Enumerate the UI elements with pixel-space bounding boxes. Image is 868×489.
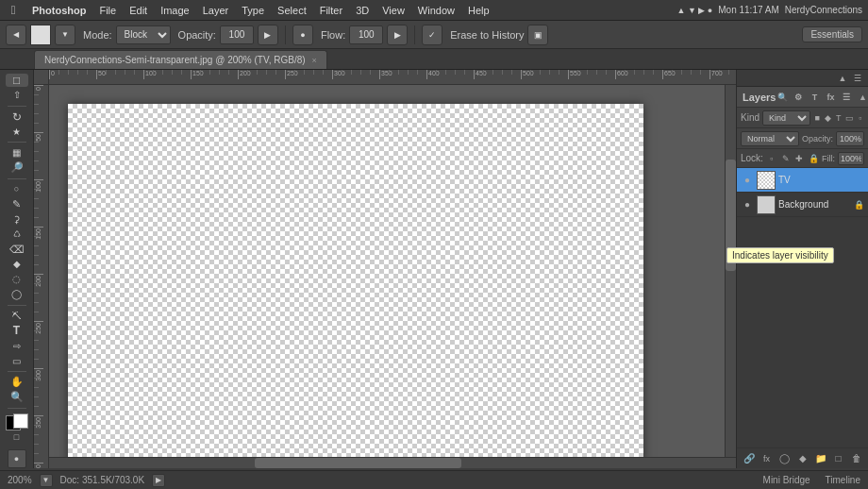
tool-clone[interactable]: ⚳ [6,212,28,226]
v-scroll-thumb[interactable] [726,160,736,271]
menu-select[interactable]: Select [272,3,312,18]
bg-layer-thumb [757,195,776,214]
layer-background[interactable]: ● Background 🔒 [737,193,868,217]
fill-field[interactable] [838,152,864,165]
opacity-input[interactable] [220,25,254,44]
filter-select[interactable]: Kind Name Effect [762,110,810,126]
layer-mask-btn[interactable]: ◯ [777,451,793,466]
color-swatch-area[interactable] [6,415,28,429]
erase-history-btn[interactable]: ✓ [422,25,442,45]
tool-back-btn[interactable]: ◀ [6,25,26,45]
essentials-btn[interactable]: Essentials [802,26,862,42]
tool-sep-2 [8,142,26,143]
mini-bridge-tab[interactable]: Mini Bridge [763,475,810,485]
filter-adjust-icon[interactable]: ◆ [824,111,831,125]
layer-panel-menu[interactable]: ☰ [840,91,853,104]
brush-settings-btn[interactable]: ▼ [55,25,75,45]
timeline-tab[interactable]: Timeline [826,475,860,485]
tool-marquee[interactable]: □ [6,74,28,87]
layers-mode-bar: Normal Multiply Screen Opacity: [737,128,868,149]
tool-shape[interactable]: ▭ [6,354,28,367]
layer-link-btn[interactable]: 🔗 [742,451,757,466]
document-tab[interactable]: NerdyConnections-Semi-transparent.jpg @ … [34,50,327,69]
panel-top-bar: ▲ ☰ [737,70,868,87]
bg-layer-visibility[interactable]: ● [741,198,754,211]
menu-help[interactable]: Help [462,3,495,18]
h-scroll-thumb[interactable] [255,458,460,468]
panel-menu-btn[interactable]: ☰ [851,72,864,85]
layer-adjustment-btn[interactable]: ◆ [795,451,810,466]
filter-shape-icon[interactable]: ▭ [845,111,854,125]
filter-pixel-icon[interactable]: ■ [813,111,821,125]
zoom-arrow[interactable]: ▼ [40,474,53,487]
filter-smart-icon[interactable]: ▫ [857,111,864,125]
lock-position-btn[interactable]: ✚ [793,152,805,165]
blend-mode-select[interactable]: Normal Multiply Screen [741,131,799,146]
layer-add-icon[interactable]: T [808,91,821,104]
layer-tv[interactable]: ● TV [737,168,868,193]
layer-search-icon[interactable]: 🔍 [776,91,789,104]
tool-eraser[interactable]: ⌫ [6,243,28,256]
filter-type-icon[interactable]: T [835,111,843,125]
menu-view[interactable]: View [376,3,410,18]
tool-crop[interactable]: ▦ [6,146,28,160]
layer-group-btn[interactable]: 📁 [813,451,828,466]
background-color[interactable] [13,413,28,429]
layer-delete-btn[interactable]: 🗑 [849,451,864,466]
app-name: Photoshop [26,3,92,18]
tool-lasso[interactable]: ↻ [6,110,28,124]
tool-gradient[interactable]: ◆ [6,258,28,271]
flow-pressure-btn[interactable]: ▶ [387,25,408,45]
tool-type[interactable]: T [6,324,28,337]
tool-path-select[interactable]: ⇨ [6,339,28,352]
apple-menu[interactable]:  [6,3,21,18]
menu-image[interactable]: Image [155,3,195,18]
tool-history-brush[interactable]: ♺ [6,228,28,241]
layer-panel-close[interactable]: ▲ [856,91,868,104]
menu-3d[interactable]: 3D [350,3,375,18]
tool-magic-wand[interactable]: ★ [6,126,28,139]
lock-pixels-btn[interactable]: ✎ [780,152,792,165]
menu-window[interactable]: Window [412,3,460,18]
menu-type[interactable]: Type [236,3,270,18]
tool-zoom[interactable]: 🔍 [6,391,28,404]
tool-move[interactable]: ⇧ [6,89,28,102]
tv-layer-visibility[interactable]: ● [741,174,754,187]
vertical-scrollbar[interactable] [725,85,736,457]
doc-arrow[interactable]: ▶ [152,474,165,487]
tool-mode-toggle[interactable]: □ [6,430,28,444]
tool-eyedropper[interactable]: 🔎 [6,161,28,175]
status-bar: 200% ▼ Doc: 351.5K/703.0K ▶ Mini Bridge … [0,470,868,489]
layer-new-btn[interactable]: □ [831,451,846,466]
tool-pen[interactable]: ⛏ [6,309,28,322]
panel-collapse-btn[interactable]: ▲ [836,72,849,85]
tool-dodge[interactable]: ◯ [6,288,28,301]
layer-options-icon[interactable]: ⚙ [792,91,805,104]
layers-header-icons: 🔍 ⚙ T fx ☰ ▲ [776,91,868,104]
canvas-area[interactable]: 0501001502002503003504004505005506006507… [34,70,736,468]
opacity-pressure-btn[interactable]: ▶ [258,25,278,45]
flow-input[interactable] [349,25,383,44]
menu-file[interactable]: File [93,3,122,18]
layers-lock-bar: Lock: ▫ ✎ ✚ 🔒 Fill: [737,149,868,168]
menu-edit[interactable]: Edit [124,3,153,18]
tool-hand[interactable]: ✋ [6,376,28,389]
quick-mask-btn[interactable]: ● [8,449,26,468]
layer-fx-icon[interactable]: fx [824,91,837,104]
lock-transparent-btn[interactable]: ▫ [766,152,777,165]
layer-fx-btn[interactable]: fx [760,451,775,466]
mode-select[interactable]: Block Pencil Brush [116,25,171,44]
menu-layer[interactable]: Layer [197,3,235,18]
opacity-field[interactable] [836,131,864,146]
tool-brush[interactable]: ✎ [6,197,28,211]
horizontal-scrollbar[interactable] [49,457,736,468]
canvas-document[interactable] [68,104,643,463]
zoom-level: 200% [8,475,32,485]
lock-all-btn[interactable]: 🔒 [808,152,819,165]
tool-spot-heal[interactable]: ○ [6,182,28,195]
tool-blur[interactable]: ◌ [6,273,28,286]
brush-airbrush-btn[interactable]: ● [292,25,313,45]
menu-filter[interactable]: Filter [314,3,348,18]
tab-close-btn[interactable]: × [312,56,317,65]
history-check-icon[interactable]: ▣ [527,25,548,45]
